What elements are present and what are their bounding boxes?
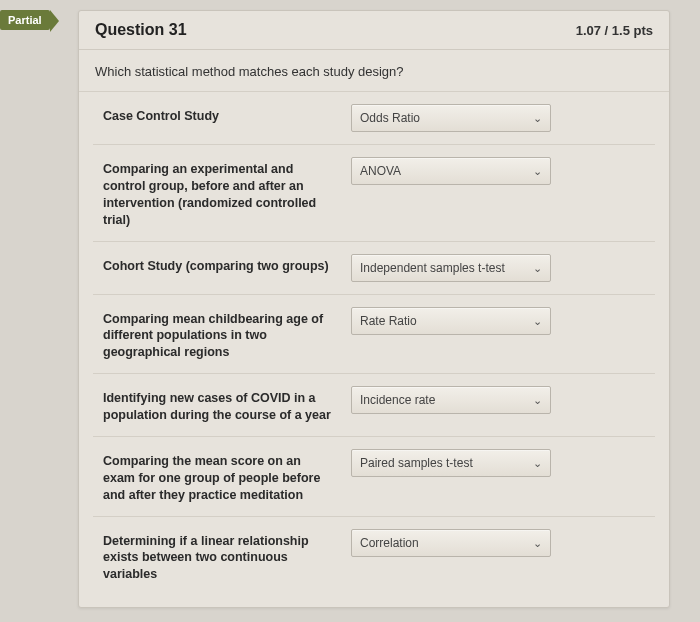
question-title: Question 31 [95, 21, 187, 39]
match-label: Case Control Study [103, 104, 333, 125]
matching-items: Case Control Study Odds Ratio ⌄ Comparin… [79, 92, 669, 607]
match-row: Cohort Study (comparing two groups) Inde… [93, 242, 655, 295]
answer-select[interactable]: Independent samples t-test ⌄ [351, 254, 551, 282]
match-row: Comparing mean childbearing age of diffe… [93, 295, 655, 375]
match-label: Comparing the mean score on an exam for … [103, 449, 333, 504]
match-row: Comparing an experimental and control gr… [93, 145, 655, 242]
match-label: Comparing mean childbearing age of diffe… [103, 307, 333, 362]
answer-select[interactable]: ANOVA ⌄ [351, 157, 551, 185]
answer-value: Correlation [360, 536, 419, 550]
answer-value: Odds Ratio [360, 111, 420, 125]
answer-value: Independent samples t-test [360, 261, 505, 275]
question-header: Question 31 1.07 / 1.5 pts [79, 11, 669, 50]
chevron-down-icon: ⌄ [533, 165, 542, 178]
match-row: Identifying new cases of COVID in a popu… [93, 374, 655, 437]
answer-value: Paired samples t-test [360, 456, 473, 470]
chevron-down-icon: ⌄ [533, 394, 542, 407]
match-row: Determining if a linear relationship exi… [93, 517, 655, 596]
match-row: Case Control Study Odds Ratio ⌄ [93, 92, 655, 145]
answer-value: Rate Ratio [360, 314, 417, 328]
chevron-down-icon: ⌄ [533, 112, 542, 125]
chevron-down-icon: ⌄ [533, 314, 542, 327]
chevron-down-icon: ⌄ [533, 536, 542, 549]
chevron-down-icon: ⌄ [533, 261, 542, 274]
grade-badge: Partial [0, 10, 50, 30]
match-label: Determining if a linear relationship exi… [103, 529, 333, 584]
answer-select[interactable]: Paired samples t-test ⌄ [351, 449, 551, 477]
answer-value: ANOVA [360, 164, 401, 178]
answer-select[interactable]: Odds Ratio ⌄ [351, 104, 551, 132]
answer-select[interactable]: Rate Ratio ⌄ [351, 307, 551, 335]
match-label: Identifying new cases of COVID in a popu… [103, 386, 333, 424]
question-card: Question 31 1.07 / 1.5 pts Which statist… [78, 10, 670, 608]
answer-select[interactable]: Incidence rate ⌄ [351, 386, 551, 414]
question-prompt: Which statistical method matches each st… [79, 50, 669, 92]
chevron-down-icon: ⌄ [533, 456, 542, 469]
question-points: 1.07 / 1.5 pts [576, 23, 653, 38]
match-row: Comparing the mean score on an exam for … [93, 437, 655, 517]
match-label: Comparing an experimental and control gr… [103, 157, 333, 229]
answer-select[interactable]: Correlation ⌄ [351, 529, 551, 557]
answer-value: Incidence rate [360, 393, 435, 407]
match-label: Cohort Study (comparing two groups) [103, 254, 333, 275]
